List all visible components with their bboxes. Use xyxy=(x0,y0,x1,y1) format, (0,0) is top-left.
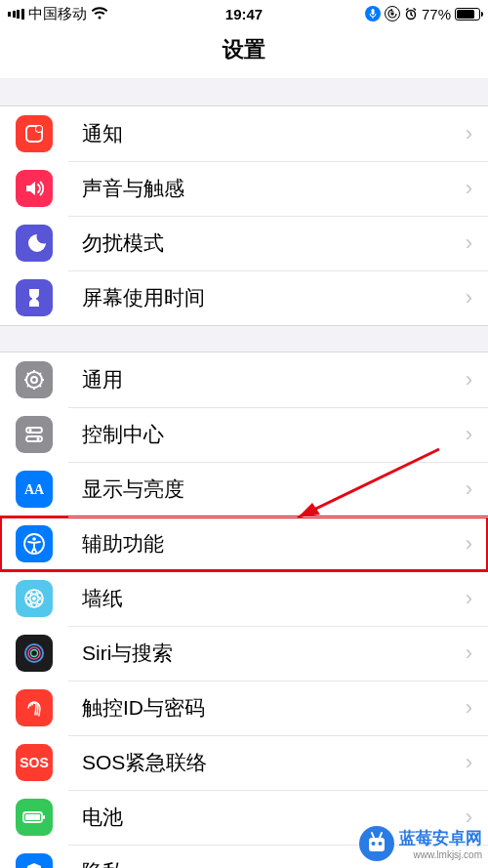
row-label: SOS紧急联络 xyxy=(82,749,207,776)
row-screentime[interactable]: 屏幕使用时间 › xyxy=(0,270,488,325)
touchid-icon xyxy=(16,689,53,726)
notifications-icon xyxy=(16,115,53,152)
row-label: 通知 xyxy=(82,120,123,147)
svg-rect-1 xyxy=(390,13,393,16)
svg-point-16 xyxy=(32,597,36,600)
svg-rect-24 xyxy=(25,814,40,820)
wallpaper-icon xyxy=(16,580,53,617)
chevron-right-icon: › xyxy=(466,695,472,721)
watermark-logo-icon xyxy=(358,825,395,862)
svg-point-5 xyxy=(36,126,42,132)
accessibility-icon xyxy=(16,525,53,562)
orientation-lock-icon xyxy=(385,6,400,21)
row-accessibility[interactable]: 辅助功能 › xyxy=(0,517,488,571)
svg-rect-25 xyxy=(43,815,45,819)
siri-icon xyxy=(16,635,53,672)
chevron-right-icon: › xyxy=(466,531,472,557)
chevron-right-icon: › xyxy=(466,422,472,447)
status-time: 19:47 xyxy=(225,6,263,22)
svg-point-31 xyxy=(379,842,383,846)
wifi-icon xyxy=(91,7,108,21)
dnd-icon xyxy=(16,225,53,262)
chevron-right-icon: › xyxy=(466,176,472,201)
row-label: 通用 xyxy=(82,366,123,393)
row-siri[interactable]: Siri与搜索 › xyxy=(0,626,488,681)
row-general[interactable]: 通用 › xyxy=(0,352,488,407)
row-label: 辅助功能 xyxy=(82,530,164,558)
signal-icon xyxy=(8,9,24,20)
row-label: 触控ID与密码 xyxy=(82,694,205,722)
svg-rect-8 xyxy=(26,428,42,433)
row-label: 控制中心 xyxy=(82,421,164,448)
row-sounds[interactable]: 声音与触感 › xyxy=(0,161,488,216)
watermark-url: www.lmkjsj.com xyxy=(399,849,482,860)
row-display[interactable]: AA 显示与亮度 › xyxy=(0,462,488,517)
svg-point-22 xyxy=(31,650,38,657)
control-center-icon xyxy=(16,416,53,453)
row-label: 电池 xyxy=(82,804,123,831)
status-right: 77% xyxy=(365,6,480,22)
svg-point-30 xyxy=(372,842,376,846)
svg-point-9 xyxy=(28,429,31,432)
alarm-icon xyxy=(404,7,418,21)
row-label: 屏幕使用时间 xyxy=(82,284,205,311)
chevron-right-icon: › xyxy=(466,750,472,775)
chevron-right-icon: › xyxy=(466,230,472,256)
row-label: 显示与亮度 xyxy=(82,475,184,503)
status-bar: 中国移动 19:47 77% xyxy=(0,0,488,27)
svg-point-14 xyxy=(32,537,36,541)
voice-control-icon xyxy=(365,6,381,21)
settings-group-1: 通知 › 声音与触感 › 勿扰模式 › 屏幕使用时间 › xyxy=(0,106,488,325)
status-left: 中国移动 xyxy=(8,5,108,23)
sos-text: SOS xyxy=(20,755,49,770)
carrier-label: 中国移动 xyxy=(28,5,87,23)
row-label: 墙纸 xyxy=(82,585,123,612)
section-gap xyxy=(0,79,488,106)
privacy-icon xyxy=(16,853,53,868)
battery-icon xyxy=(455,8,480,21)
row-label: 隐私 xyxy=(82,858,123,868)
row-notifications[interactable]: 通知 › xyxy=(0,106,488,161)
row-dnd[interactable]: 勿扰模式 › xyxy=(0,216,488,270)
row-sos[interactable]: SOS SOS紧急联络 › xyxy=(0,735,488,790)
svg-rect-0 xyxy=(371,9,374,15)
svg-text:AA: AA xyxy=(24,482,45,497)
chevron-right-icon: › xyxy=(466,641,472,666)
section-gap xyxy=(0,325,488,352)
chevron-right-icon: › xyxy=(466,586,472,611)
watermark-text: 蓝莓安卓网 xyxy=(399,829,482,847)
screentime-icon xyxy=(16,279,53,316)
battery-icon xyxy=(16,799,53,836)
general-icon xyxy=(16,361,53,398)
row-label: Siri与搜索 xyxy=(82,640,173,667)
svg-point-7 xyxy=(31,377,37,383)
chevron-right-icon: › xyxy=(466,476,472,502)
row-touchid[interactable]: 触控ID与密码 › xyxy=(0,681,488,735)
display-icon: AA xyxy=(16,471,53,508)
watermark: 蓝莓安卓网 www.lmkjsj.com xyxy=(358,825,482,862)
battery-percent: 77% xyxy=(422,6,451,22)
row-label: 勿扰模式 xyxy=(82,229,164,257)
svg-rect-29 xyxy=(369,838,385,851)
sounds-icon xyxy=(16,170,53,207)
page-title: 设置 xyxy=(0,27,488,79)
chevron-right-icon: › xyxy=(466,285,472,310)
row-wallpaper[interactable]: 墙纸 › xyxy=(0,571,488,626)
sos-icon: SOS xyxy=(16,744,53,781)
chevron-right-icon: › xyxy=(466,121,472,146)
row-control-center[interactable]: 控制中心 › xyxy=(0,407,488,462)
settings-group-2: 通用 › 控制中心 › AA 显示与亮度 › 辅助功能 › 墙纸 › Siri与… xyxy=(0,352,488,868)
row-label: 声音与触感 xyxy=(82,175,184,202)
chevron-right-icon: › xyxy=(466,367,472,393)
svg-point-11 xyxy=(36,437,39,440)
svg-point-21 xyxy=(28,647,40,659)
